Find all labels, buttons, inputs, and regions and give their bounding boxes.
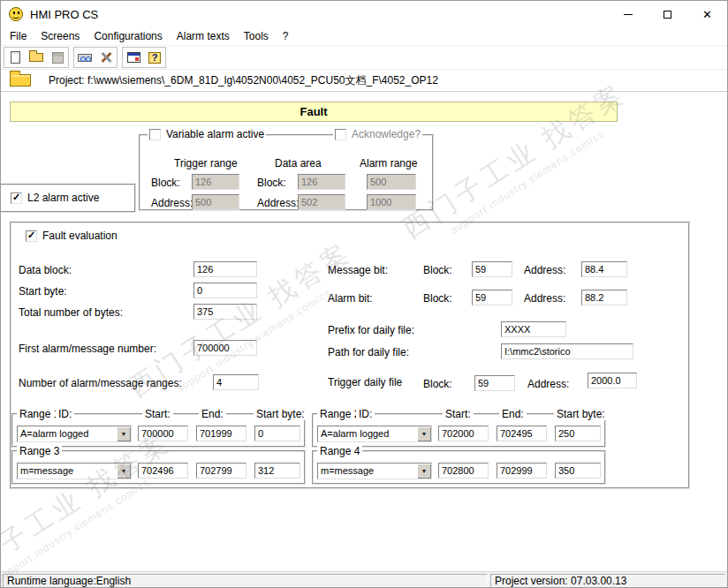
start-byte-field[interactable] xyxy=(193,283,257,298)
data-block-label: Data block: xyxy=(19,264,72,276)
range3-start-field[interactable] xyxy=(138,463,188,479)
maximize-button[interactable] xyxy=(648,1,687,27)
alarm-address-field[interactable] xyxy=(581,290,627,305)
menu-tools[interactable]: Tools xyxy=(237,28,276,44)
trigger-address-field xyxy=(192,194,239,210)
minimize-button[interactable] xyxy=(608,1,648,27)
screen-editor-button[interactable] xyxy=(124,49,143,66)
alarm-address-label: Address: xyxy=(524,292,565,305)
range3-id-value: m=message xyxy=(18,464,117,479)
data-block-field[interactable] xyxy=(193,261,257,277)
checkbox-box: ✓ xyxy=(11,192,22,204)
path-field[interactable] xyxy=(501,343,633,359)
save-floppy-icon xyxy=(52,52,64,64)
alarm-block-field[interactable] xyxy=(472,290,512,305)
range4-id-dropdown[interactable]: m=message ▼ xyxy=(317,463,432,479)
range1-start-field[interactable] xyxy=(138,426,188,441)
range4-start-field[interactable] xyxy=(438,463,489,479)
open-project-button[interactable] xyxy=(27,49,46,66)
range2-end-field[interactable] xyxy=(497,426,547,441)
toolbar-group-file xyxy=(4,47,69,68)
range4-groupbox: Range 4 m=message ▼ xyxy=(312,450,606,485)
range3-startbyte-field[interactable] xyxy=(254,463,300,479)
alarm-range-header: Alarm range xyxy=(360,157,417,170)
first-number-field[interactable] xyxy=(193,340,257,356)
fault-evaluation-checkbox[interactable]: ✓ Fault evaluation xyxy=(24,230,119,242)
new-file-button[interactable] xyxy=(5,49,25,66)
data-area-address-field xyxy=(298,194,345,210)
menu-screens[interactable]: Screens xyxy=(34,28,87,44)
range2-groupbox: Range 2 ID: Start: End: Start byte: A=al… xyxy=(312,413,606,448)
prefix-label: Prefix for daily file: xyxy=(328,324,414,336)
tools-button[interactable] xyxy=(96,49,116,66)
range1-end-field[interactable] xyxy=(196,426,246,441)
close-button[interactable]: ✕ xyxy=(687,1,727,27)
save-button[interactable] xyxy=(48,49,67,66)
window-title: HMI PRO CS xyxy=(30,8,98,21)
range1-id-dropdown[interactable]: A=alarm logged ▼ xyxy=(17,426,132,442)
start-byte-label: Start byte: xyxy=(19,285,67,298)
trigger-address-label: Address: xyxy=(527,378,569,390)
range1-startbyte-field[interactable] xyxy=(254,426,300,441)
open-folder-icon xyxy=(29,53,43,62)
new-file-icon xyxy=(11,51,20,64)
menu-file[interactable]: File xyxy=(3,28,34,44)
tools-hammer-wrench-icon xyxy=(100,51,112,64)
path-label: Path for daily file: xyxy=(328,346,409,358)
menu-configurations[interactable]: Configurations xyxy=(87,28,169,44)
l2-alarm-checkbox[interactable]: ✓ L2 alarm active xyxy=(9,192,101,204)
title-bar: HMI PRO CS ✕ xyxy=(1,1,727,27)
range4-end-field[interactable] xyxy=(497,463,547,479)
checkbox-box: ✓ xyxy=(26,230,37,242)
screen-editor-icon xyxy=(127,52,140,63)
range2-startbyte-field[interactable] xyxy=(555,426,601,441)
range4-startbyte-field[interactable] xyxy=(555,463,601,479)
checkbox-box xyxy=(335,129,346,140)
fault-evaluation-label: Fault evaluation xyxy=(42,230,118,242)
message-block-field[interactable] xyxy=(472,261,512,277)
range3-id-dropdown[interactable]: m=message ▼ xyxy=(17,463,132,479)
print-preview-button[interactable] xyxy=(75,49,95,66)
toolbar-group-help: ? xyxy=(122,47,166,68)
close-icon: ✕ xyxy=(702,8,712,21)
first-number-label: First alarm/message number: xyxy=(19,343,156,355)
menu-alarm-texts[interactable]: Alarm texts xyxy=(170,28,237,44)
toolbar: ? xyxy=(1,46,727,70)
project-path: Project: f:\www\siemens\_6DM_81D_lg\4052… xyxy=(49,73,438,88)
message-address-field[interactable] xyxy=(581,261,627,277)
project-bar: Project: f:\www\siemens\_6DM_81D_lg\4052… xyxy=(1,70,727,92)
acknowledge-checkbox[interactable]: Acknowledge? xyxy=(333,128,422,140)
chevron-down-icon[interactable]: ▼ xyxy=(117,464,131,479)
trigger-block-field xyxy=(192,174,239,190)
alarm-range-end-field xyxy=(367,194,416,210)
help-button[interactable]: ? xyxy=(145,49,164,66)
total-bytes-field[interactable] xyxy=(193,304,257,320)
chevron-down-icon[interactable]: ▼ xyxy=(417,426,431,441)
menu-bar: File Screens Configurations Alarm texts … xyxy=(1,27,727,46)
num-ranges-label: Number of alarm/message ranges: xyxy=(19,377,182,389)
range2-start-field[interactable] xyxy=(438,426,489,441)
app-smiley-icon xyxy=(9,7,23,21)
trigger-address-label: Address: xyxy=(151,197,193,209)
alarm-range-start-field xyxy=(367,174,416,190)
range2-id-dropdown[interactable]: A=alarm logged ▼ xyxy=(317,426,432,442)
chevron-down-icon[interactable]: ▼ xyxy=(117,426,131,441)
data-block-label: Block: xyxy=(257,177,286,189)
range4-id-value: m=message xyxy=(318,464,417,479)
toolbar-group-tools xyxy=(73,47,118,68)
trigger-block-label: Block: xyxy=(151,177,180,189)
data-address-label: Address: xyxy=(257,197,299,209)
checkbox-box xyxy=(149,129,161,140)
num-ranges-field[interactable] xyxy=(213,374,259,390)
trigger-daily-block-field[interactable] xyxy=(474,375,515,391)
trigger-block-label: Block: xyxy=(423,378,452,390)
range1-id-value: A=alarm logged xyxy=(18,426,117,441)
prefix-field[interactable] xyxy=(501,321,566,337)
menu-help[interactable]: ? xyxy=(276,28,296,44)
trigger-daily-address-field[interactable] xyxy=(588,373,637,388)
range2-end-header: End: xyxy=(499,408,527,420)
variable-alarm-active-checkbox[interactable]: Variable alarm active xyxy=(148,128,266,140)
chevron-down-icon[interactable]: ▼ xyxy=(417,464,431,479)
range3-end-field[interactable] xyxy=(196,463,246,479)
window-controls: ✕ xyxy=(608,1,727,27)
